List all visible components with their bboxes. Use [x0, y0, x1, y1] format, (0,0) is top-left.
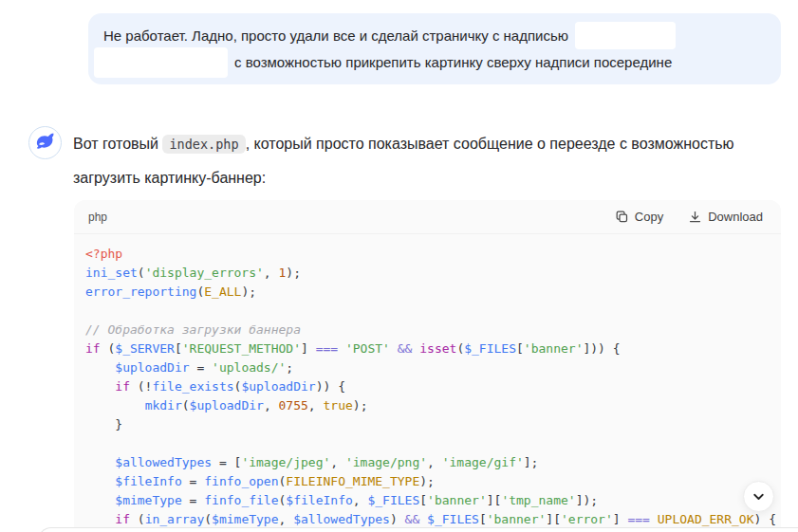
redacted-box-2	[94, 47, 228, 78]
user-message-text-1: Не работает. Ладно, просто удали все и с…	[103, 27, 568, 46]
chevron-down-icon	[751, 488, 767, 504]
code-line: $mimeType = finfo_file($fileInfo, $_FILE…	[85, 491, 770, 510]
download-button[interactable]: Download	[688, 210, 763, 224]
code-line: if (!file_exists($uploadDir)) {	[85, 377, 770, 396]
code-line	[85, 302, 770, 321]
code-line	[85, 434, 770, 453]
user-message-bubble: Не работает. Ладно, просто удали все и с…	[88, 13, 781, 84]
code-line: // Обработка загрузки баннера	[85, 321, 770, 339]
copy-icon	[615, 210, 629, 224]
copy-button[interactable]: Copy	[615, 210, 663, 224]
inline-code-chip: index.php	[162, 135, 245, 154]
assistant-message-prefix: Вот готовый	[73, 136, 158, 152]
code-block-header: php Copy Download	[74, 200, 781, 234]
user-message-line-2: с возможностью прикрепить картинку сверх…	[94, 47, 672, 78]
code-language-label: php	[88, 211, 107, 224]
user-message-line-1: Не работает. Ладно, просто удали все и с…	[103, 22, 676, 49]
download-button-label: Download	[708, 210, 763, 224]
scroll-to-bottom-button[interactable]	[743, 481, 774, 512]
assistant-message: Вот готовый index.php, который просто по…	[73, 127, 752, 194]
download-icon	[688, 210, 702, 224]
copy-button-label: Copy	[635, 210, 663, 224]
code-line: $uploadDir = 'uploads/';	[85, 358, 770, 377]
deepseek-whale-icon	[34, 132, 56, 154]
user-message-text-2: с возможностью прикрепить картинку сверх…	[234, 53, 672, 72]
code-line: }	[85, 415, 770, 434]
code-line: ini_set('display_errors', 1);	[85, 264, 770, 283]
assistant-avatar	[28, 126, 62, 159]
code-block: php Copy Download <?ph	[74, 200, 781, 532]
code-line: $fileInfo = finfo_open(FILEINFO_MIME_TYP…	[85, 472, 770, 491]
code-line: <?php	[85, 245, 770, 264]
chat-input-top-edge[interactable]	[38, 527, 798, 532]
code-line: mkdir($uploadDir, 0755, true);	[85, 396, 770, 415]
code-line: if ($_SERVER['REQUEST_METHOD'] === 'POST…	[85, 339, 770, 358]
code-line: error_reporting(E_ALL);	[85, 283, 770, 302]
code-line: if (in_array($mimeType, $allowedTypes) &…	[85, 510, 770, 529]
redacted-box-1	[575, 22, 676, 49]
code-line: $allowedTypes = ['image/jpeg', 'image/pn…	[85, 453, 770, 472]
code-actions: Copy Download	[615, 210, 763, 224]
code-content: <?phpini_set('display_errors', 1);error_…	[74, 234, 781, 532]
